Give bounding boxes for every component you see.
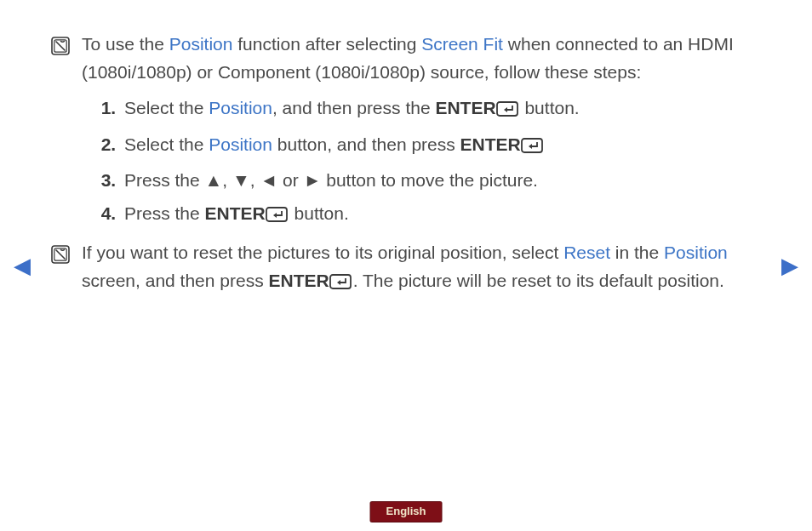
enter-icon <box>496 98 520 126</box>
enter-icon <box>266 203 289 231</box>
text: button. <box>289 203 349 223</box>
highlight-position: Position <box>209 134 272 154</box>
text: , <box>250 170 260 190</box>
enter-label: ENTER <box>205 203 266 223</box>
highlight-position: Position <box>169 34 233 54</box>
text: . The picture will be reset to its defau… <box>353 271 724 290</box>
text: screen, and then press <box>82 271 268 290</box>
highlight-position: Position <box>209 98 272 117</box>
text: button. <box>520 98 580 117</box>
enter-label: ENTER <box>460 134 521 154</box>
text: in the <box>610 243 664 262</box>
text: , <box>222 170 232 190</box>
text: Select the <box>124 134 209 154</box>
text: To use the <box>82 34 169 54</box>
down-arrow-icon: ▼ <box>232 170 250 190</box>
up-arrow-icon: ▲ <box>205 170 223 190</box>
text: button to move the picture. <box>321 170 537 190</box>
step-3: Press the ▲, ▼, ◄ or ► button to move th… <box>121 167 761 195</box>
text: or <box>277 170 303 190</box>
enter-label: ENTER <box>435 98 495 117</box>
text: , and then press the <box>272 98 435 117</box>
text: Press the <box>124 170 205 190</box>
step-2: Select the Position button, and then pre… <box>121 131 761 163</box>
note-icon <box>51 36 70 64</box>
text: function after selecting <box>232 34 421 54</box>
note-block-2: If you want to reset the pictures to its… <box>51 239 761 298</box>
right-arrow-icon: ► <box>304 170 322 190</box>
highlight-screen-fit: Screen Fit <box>421 34 503 54</box>
highlight-position: Position <box>664 243 728 262</box>
step-4: Press the ENTER button. <box>121 200 761 231</box>
nav-prev-button[interactable]: ◀ <box>14 248 31 283</box>
note-text-2: If you want to reset the pictures to its… <box>82 239 761 298</box>
text: Select the <box>124 98 209 117</box>
text: If you want to reset the pictures to its… <box>82 243 563 262</box>
note-block-1: To use the Position function after selec… <box>51 31 761 86</box>
text: button, and then press <box>272 134 460 154</box>
left-arrow-icon: ◄ <box>260 170 277 190</box>
highlight-reset: Reset <box>563 243 610 262</box>
note-icon <box>51 244 70 272</box>
enter-label: ENTER <box>268 271 329 290</box>
text: Press the <box>124 203 205 223</box>
enter-icon <box>521 134 545 163</box>
step-1: Select the Position, and then press the … <box>121 94 761 126</box>
note-text-1: To use the Position function after selec… <box>82 31 761 86</box>
nav-next-button[interactable]: ▶ <box>781 248 798 283</box>
enter-icon <box>329 271 353 299</box>
page: ◀ ▶ To use the Position function after s… <box>0 0 812 531</box>
steps-list: Select the Position, and then press the … <box>90 94 761 231</box>
language-badge: English <box>370 501 443 522</box>
